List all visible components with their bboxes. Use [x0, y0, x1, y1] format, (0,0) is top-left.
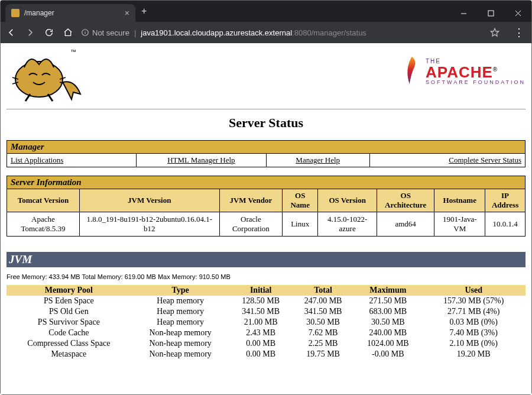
col-type: Type	[131, 285, 230, 296]
security-indicator[interactable]: Not secure	[81, 28, 129, 37]
col-os-arch: OS Architecture	[377, 189, 434, 212]
window-minimize-button[interactable]	[450, 4, 477, 22]
table-row: PS Eden SpaceHeap memory128.50 MB247.00 …	[7, 296, 525, 306]
link-list-applications[interactable]: List Applications	[11, 156, 63, 164]
page-title: Server Status	[7, 115, 525, 131]
server-info-row: Apache Tomcat/8.5.39 1.8.0_191-8u191-b12…	[7, 212, 525, 237]
browser-menu-icon[interactable]: ⋮	[514, 26, 524, 39]
col-tomcat-version: Tomcat Version	[7, 189, 80, 212]
col-maximum: Maximum	[354, 285, 421, 296]
window-maximize-button[interactable]	[477, 4, 504, 22]
svg-rect-1	[488, 11, 494, 16]
memory-pool-table: Memory Pool Type Initial Total Maximum U…	[7, 285, 525, 360]
address-bar[interactable]: Not secure | java1901.local.cloudapp.azu…	[81, 28, 478, 37]
jvm-memory-summary: Free Memory: 433.94 MB Total Memory: 619…	[7, 273, 525, 280]
col-used: Used	[421, 285, 525, 296]
window-close-button[interactable]	[504, 4, 531, 22]
divider	[7, 109, 525, 109]
link-complete-server-status[interactable]: Complete Server Status	[449, 156, 521, 164]
col-total: Total	[292, 285, 354, 296]
table-row: MetaspaceNon-heap memory0.00 MB19.75 MB-…	[7, 349, 525, 360]
tab-title: /manager	[24, 9, 54, 17]
manager-section: Manager List Applications HTML Manager H…	[7, 140, 525, 167]
info-icon	[81, 28, 89, 37]
table-row: PS Survivor SpaceHeap memory21.00 MB30.5…	[7, 317, 525, 328]
link-html-manager-help[interactable]: HTML Manager Help	[167, 156, 235, 164]
tomcat-logo: ™	[7, 47, 83, 105]
col-jvm-vendor: JVM Vendor	[219, 189, 282, 212]
col-initial: Initial	[230, 285, 292, 296]
manager-heading: Manager	[7, 141, 525, 154]
nav-back-button[interactable]	[5, 27, 17, 38]
nav-reload-button[interactable]	[43, 27, 55, 38]
svg-marker-7	[491, 28, 498, 36]
url-text: java1901.local.cloudapp.azurestack.exter…	[141, 28, 366, 37]
col-memory-pool: Memory Pool	[7, 285, 131, 296]
table-row: Compressed Class SpaceNon-heap memory0.0…	[7, 338, 525, 349]
table-row: PS Old GenHeap memory341.50 MB341.50 MB6…	[7, 306, 525, 317]
table-row: Code CacheNon-heap memory2.43 MB7.62 MB2…	[7, 328, 525, 338]
link-manager-help[interactable]: Manager Help	[296, 156, 340, 164]
col-os-version: OS Version	[318, 189, 377, 212]
bookmark-star-icon[interactable]	[489, 27, 501, 38]
svg-text:™: ™	[70, 48, 76, 55]
tab-favicon	[11, 9, 20, 17]
col-jvm-version: JVM Version	[79, 189, 219, 212]
server-info-table: Server Information Tomcat Version JVM Ve…	[7, 176, 525, 237]
col-os-name: OS Name	[283, 189, 318, 212]
page-viewport[interactable]: ™ THE APACHE® SOFTWARE FOUNDATION	[1, 43, 531, 394]
jvm-heading: JVM	[7, 252, 525, 267]
browser-titlebar: /manager × +	[1, 1, 531, 22]
tab-close-icon[interactable]: ×	[125, 8, 129, 18]
nav-home-button[interactable]	[62, 27, 74, 38]
security-label: Not secure	[92, 28, 129, 37]
browser-toolbar: Not secure | java1901.local.cloudapp.azu…	[1, 22, 531, 43]
col-ip: IP Address	[485, 189, 525, 212]
server-info-heading: Server Information	[7, 176, 525, 189]
col-hostname: Hostname	[434, 189, 485, 212]
new-tab-button[interactable]: +	[135, 4, 153, 19]
browser-tab[interactable]: /manager ×	[5, 4, 135, 22]
apache-logo: THE APACHE® SOFTWARE FOUNDATION	[402, 54, 525, 89]
nav-forward-button[interactable]	[24, 27, 36, 38]
